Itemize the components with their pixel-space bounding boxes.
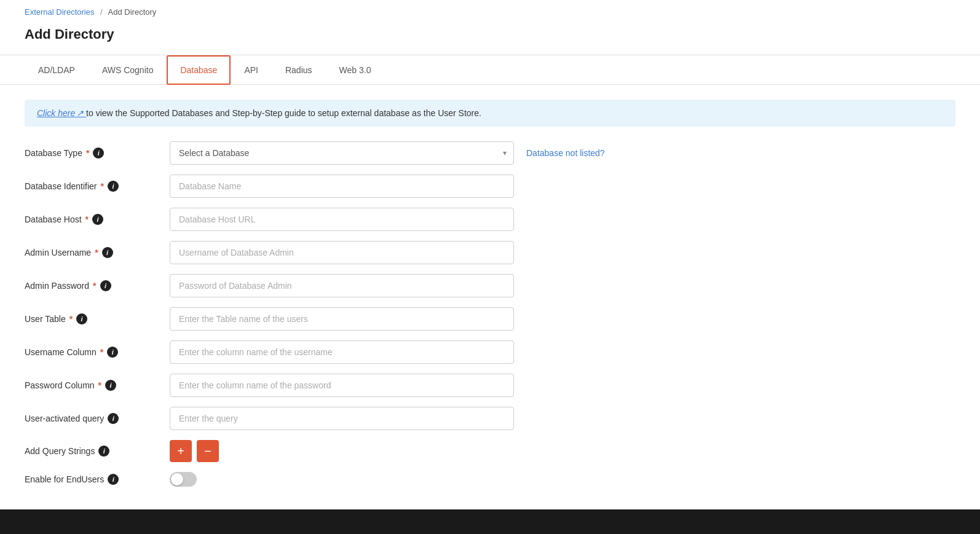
required-marker-username-col: *: [100, 347, 103, 357]
info-icon-user-table[interactable]: i: [76, 313, 87, 324]
form-row-admin-password: Admin Password * i: [25, 274, 955, 297]
info-banner: Click here ↗ to view the Supported Datab…: [25, 100, 955, 127]
input-col-user-query: [170, 407, 514, 430]
form-row-user-table: User Table * i: [25, 307, 955, 331]
input-col-password-column: [170, 374, 514, 397]
input-col-user-table: [170, 307, 514, 331]
label-password-column: Password Column * i: [25, 380, 160, 391]
form-row-database-type: Database Type * i Select a Database MySQ…: [25, 141, 955, 165]
input-col-admin-username: [170, 241, 514, 264]
form-row-password-column: Password Column * i: [25, 374, 955, 397]
username-column-input[interactable]: [170, 340, 514, 364]
input-col-add-query-strings: + −: [170, 440, 514, 462]
info-icon-admin-user[interactable]: i: [102, 247, 113, 258]
label-text-user-table: User Table: [25, 314, 66, 324]
input-col-enable-endusers: [170, 472, 514, 487]
user-table-input[interactable]: [170, 307, 514, 331]
info-icon-db-type[interactable]: i: [93, 147, 104, 159]
label-text-admin-pass: Admin Password: [25, 281, 89, 291]
form-row-enable-endusers: Enable for EndUsers i: [25, 472, 955, 487]
breadcrumb: External Directories / Add Directory: [0, 0, 980, 22]
info-icon-username-col[interactable]: i: [107, 347, 118, 358]
tab-radius[interactable]: Radius: [272, 55, 326, 85]
required-marker-admin-pass: *: [93, 281, 96, 291]
tab-database[interactable]: Database: [167, 55, 231, 85]
user-activated-query-input[interactable]: [170, 407, 514, 430]
tab-awscognito[interactable]: AWS Cognito: [89, 55, 167, 85]
tab-web3[interactable]: Web 3.0: [326, 55, 385, 85]
external-link-icon: ↗: [76, 108, 84, 118]
label-admin-password: Admin Password * i: [25, 280, 160, 291]
info-icon-user-query[interactable]: i: [108, 413, 119, 424]
label-text-password-col: Password Column: [25, 380, 95, 390]
info-icon-admin-pass[interactable]: i: [100, 280, 111, 291]
form-row-user-activated-query: User-activated query i: [25, 407, 955, 430]
input-col-username-column: [170, 340, 514, 364]
label-text-add-query: Add Query Strings: [25, 446, 95, 456]
label-text-database-type: Database Type: [25, 148, 82, 158]
click-here-link[interactable]: Click here ↗: [37, 108, 86, 118]
required-marker-user-table: *: [69, 314, 73, 324]
database-identifier-input[interactable]: [170, 175, 514, 198]
info-icon-db-host[interactable]: i: [92, 214, 103, 225]
admin-username-input[interactable]: [170, 241, 514, 264]
label-add-query-strings: Add Query Strings i: [25, 446, 160, 457]
form-row-add-query-strings: Add Query Strings i + −: [25, 440, 955, 462]
label-text-db-identifier: Database Identifier: [25, 181, 97, 191]
required-marker-admin-user: *: [95, 248, 98, 257]
tabs-bar: AD/LDAP AWS Cognito Database API Radius …: [0, 55, 980, 85]
label-text-user-query: User-activated query: [25, 414, 104, 423]
page-title-bar: Add Directory: [0, 22, 980, 55]
label-admin-username: Admin Username * i: [25, 247, 160, 258]
required-marker-db-host: *: [85, 214, 89, 224]
tab-adldap[interactable]: AD/LDAP: [25, 55, 89, 85]
db-not-listed-link[interactable]: Database not listed?: [526, 148, 605, 158]
label-text-db-host: Database Host: [25, 214, 82, 224]
breadcrumb-separator: /: [100, 7, 103, 17]
form-area: Database Type * i Select a Database MySQ…: [0, 141, 980, 521]
page-wrapper: External Directories / Add Directory Add…: [0, 0, 980, 534]
bottom-bar: [0, 509, 980, 534]
label-username-column: Username Column * i: [25, 347, 160, 358]
enable-endusers-toggle[interactable]: [170, 472, 197, 487]
label-database-host: Database Host * i: [25, 214, 160, 225]
info-icon-enable-endusers[interactable]: i: [108, 474, 119, 485]
label-enable-endusers: Enable for EndUsers i: [25, 474, 160, 485]
form-row-database-identifier: Database Identifier * i: [25, 175, 955, 198]
input-col-database-host: [170, 208, 514, 231]
form-row-username-column: Username Column * i: [25, 340, 955, 364]
info-banner-text: to view the Supported Databases and Step…: [86, 108, 481, 118]
label-text-enable-endusers: Enable for EndUsers: [25, 474, 104, 484]
add-query-string-button[interactable]: +: [170, 440, 192, 462]
label-text-username-col: Username Column: [25, 347, 97, 357]
form-row-admin-username: Admin Username * i: [25, 241, 955, 264]
breadcrumb-parent-link[interactable]: External Directories: [25, 7, 94, 17]
input-col-database-type: Select a Database MySQL PostgreSQL Oracl…: [170, 141, 514, 165]
required-marker-db-type: *: [86, 148, 89, 158]
password-column-input[interactable]: [170, 374, 514, 397]
info-icon-add-query[interactable]: i: [98, 446, 109, 457]
input-col-admin-password: [170, 274, 514, 297]
query-strings-btn-group: + −: [170, 440, 514, 462]
database-type-select[interactable]: Select a Database MySQL PostgreSQL Oracl…: [170, 141, 514, 165]
label-database-identifier: Database Identifier * i: [25, 181, 160, 192]
label-database-type: Database Type * i: [25, 147, 160, 159]
info-icon-db-id[interactable]: i: [108, 181, 119, 192]
admin-password-input[interactable]: [170, 274, 514, 297]
breadcrumb-current: Add Directory: [108, 7, 157, 17]
database-host-input[interactable]: [170, 208, 514, 231]
page-title: Add Directory: [25, 26, 955, 42]
label-user-activated-query: User-activated query i: [25, 413, 160, 424]
select-wrapper-db-type: Select a Database MySQL PostgreSQL Oracl…: [170, 141, 514, 165]
toggle-knob: [171, 473, 183, 485]
required-marker-password-col: *: [98, 380, 101, 390]
label-user-table: User Table * i: [25, 313, 160, 324]
info-icon-password-col[interactable]: i: [105, 380, 116, 391]
form-row-database-host: Database Host * i: [25, 208, 955, 231]
label-text-admin-user: Admin Username: [25, 248, 91, 257]
remove-query-string-button[interactable]: −: [197, 440, 219, 462]
input-col-database-identifier: [170, 175, 514, 198]
required-marker-db-id: *: [101, 181, 104, 191]
tab-api[interactable]: API: [231, 55, 272, 85]
